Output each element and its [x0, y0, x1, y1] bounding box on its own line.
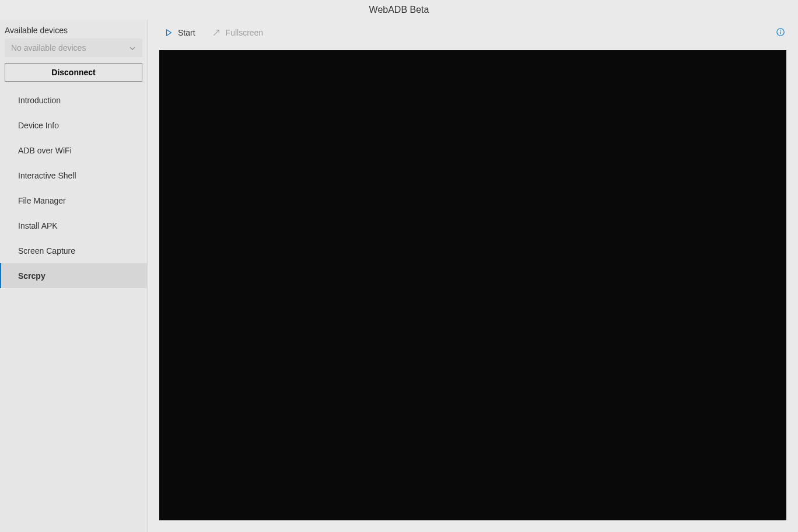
nav-item-label: Scrcpy — [18, 271, 46, 281]
nav-item-label: ADB over WiFi — [18, 146, 72, 155]
nav-item-screen-capture[interactable]: Screen Capture — [0, 238, 147, 263]
app-header: WebADB Beta — [0, 0, 798, 20]
fullscreen-button-label: Fullscreen — [226, 28, 264, 37]
nav-item-device-info[interactable]: Device Info — [0, 113, 147, 138]
nav-item-label: Introduction — [18, 96, 61, 105]
start-button-label: Start — [178, 28, 195, 37]
chevron-down-icon — [129, 44, 136, 51]
main-panel: Start Fullscreen — [148, 20, 798, 532]
nav-item-file-manager[interactable]: File Manager — [0, 188, 147, 213]
sidebar-nav: Introduction Device Info ADB over WiFi I… — [0, 88, 147, 288]
svg-point-2 — [780, 29, 781, 30]
nav-item-interactive-shell[interactable]: Interactive Shell — [0, 163, 147, 188]
device-dropdown[interactable]: No available devices — [5, 38, 142, 57]
nav-item-label: File Manager — [18, 196, 66, 205]
nav-item-label: Device Info — [18, 121, 59, 130]
fullscreen-button[interactable]: Fullscreen — [206, 26, 270, 40]
sidebar: Available devices No available devices D… — [0, 20, 148, 532]
toolbar: Start Fullscreen — [148, 20, 798, 46]
fullscreen-icon — [212, 28, 221, 37]
nav-item-adb-over-wifi[interactable]: ADB over WiFi — [0, 138, 147, 163]
disconnect-button[interactable]: Disconnect — [5, 63, 142, 82]
info-button[interactable] — [774, 26, 788, 40]
nav-item-scrcpy[interactable]: Scrcpy — [0, 263, 147, 288]
nav-item-install-apk[interactable]: Install APK — [0, 213, 147, 238]
app-title: WebADB Beta — [369, 5, 429, 15]
device-dropdown-placeholder: No available devices — [11, 43, 86, 52]
screen-viewer[interactable] — [159, 50, 786, 520]
nav-item-label: Install APK — [18, 221, 58, 230]
play-icon — [164, 28, 173, 37]
nav-item-label: Interactive Shell — [18, 171, 76, 180]
info-icon — [776, 27, 785, 38]
nav-item-label: Screen Capture — [18, 246, 75, 256]
available-devices-label: Available devices — [5, 23, 142, 38]
start-button[interactable]: Start — [158, 26, 201, 40]
nav-item-introduction[interactable]: Introduction — [0, 88, 147, 113]
